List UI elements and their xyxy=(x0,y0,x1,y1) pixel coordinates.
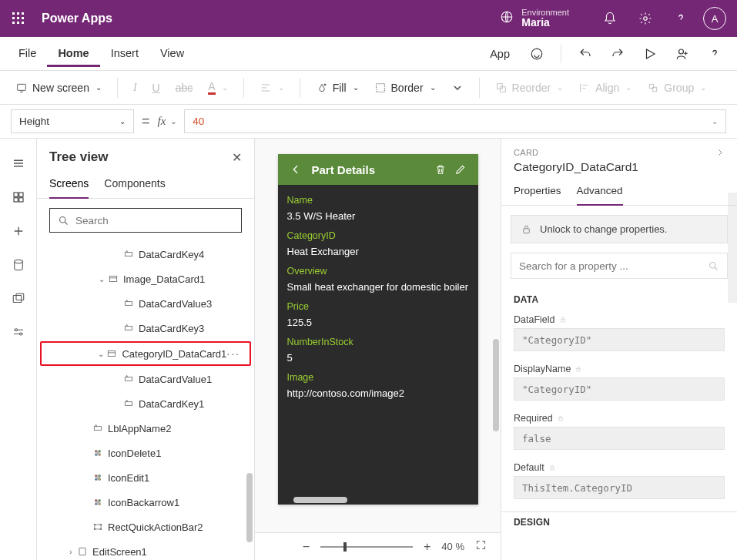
tree-panel: Tree view ✕ Screens Components DataCardK… xyxy=(37,139,255,560)
svg-point-49 xyxy=(99,503,100,505)
tree-item[interactable]: DataCardKey3 xyxy=(37,316,254,340)
rail-data-icon[interactable] xyxy=(1,248,36,282)
font-color-button[interactable]: A⌄ xyxy=(202,75,233,99)
svg-rect-26 xyxy=(16,293,24,300)
tree-body: DataCardKey4⌄Image_DataCard1DataCardValu… xyxy=(37,242,254,560)
environment-selector[interactable]: Environment Maria xyxy=(492,5,577,32)
more-button[interactable] xyxy=(445,77,470,99)
rail-tree-icon[interactable] xyxy=(1,180,36,214)
tree-item[interactable]: ⌄Image_DataCard1 xyxy=(37,267,254,291)
reorder-button[interactable]: Reorder⌄ xyxy=(489,77,570,99)
tree-tab-screens[interactable]: Screens xyxy=(49,171,89,199)
notifications-icon[interactable] xyxy=(592,0,628,37)
new-screen-button[interactable]: New screen⌄ xyxy=(9,77,108,99)
property-input[interactable]: "CategoryID" xyxy=(514,377,725,401)
delete-icon[interactable] xyxy=(430,159,451,179)
border-button[interactable]: Border⌄ xyxy=(368,77,442,99)
canvas-scrollbar-v[interactable] xyxy=(493,339,499,431)
svg-rect-7 xyxy=(17,22,19,24)
app-checker-icon[interactable] xyxy=(522,40,551,68)
underline-button[interactable]: U xyxy=(146,77,166,99)
card-crumb: CARD xyxy=(514,148,538,157)
property-selector[interactable]: Height⌄ xyxy=(11,109,134,133)
svg-point-10 xyxy=(644,17,648,21)
field-value: Heat Exchanger xyxy=(287,246,469,257)
settings-icon[interactable] xyxy=(628,0,663,37)
chevron-right-icon[interactable] xyxy=(715,148,725,157)
undo-icon[interactable] xyxy=(571,40,600,68)
rail-media-icon[interactable] xyxy=(1,282,36,316)
tree-item[interactable]: IconEdit1 xyxy=(37,465,254,490)
zoom-slider[interactable] xyxy=(320,546,413,548)
svg-rect-55 xyxy=(79,548,85,555)
tree-search-input[interactable] xyxy=(75,215,233,226)
tree-item[interactable]: IconBackarrow1 xyxy=(37,490,254,515)
tree-item[interactable]: ⌄CategoryID_DataCard1··· xyxy=(40,341,251,366)
text-align-button[interactable]: ⌄ xyxy=(253,77,290,99)
app-launcher-icon[interactable] xyxy=(6,6,31,31)
italic-button[interactable]: I xyxy=(127,77,143,99)
fit-screen-icon[interactable] xyxy=(472,539,490,554)
tree-item[interactable]: LblAppName2 xyxy=(37,416,254,441)
tree-item[interactable]: DataCardValue1 xyxy=(37,367,254,391)
fx-button[interactable]: fx ⌄ xyxy=(158,115,177,128)
group-button[interactable]: Group⌄ xyxy=(641,77,712,99)
rail-tools-icon[interactable] xyxy=(1,316,36,350)
unlock-button[interactable]: Unlock to change properties. xyxy=(511,215,728,243)
property-search[interactable] xyxy=(511,253,728,279)
zoom-out-button[interactable]: − xyxy=(300,540,313,554)
edit-icon[interactable] xyxy=(451,159,471,179)
screen-icon xyxy=(77,546,88,557)
property-search-input[interactable] xyxy=(519,260,708,272)
align-button[interactable]: Align⌄ xyxy=(572,77,638,99)
property-input[interactable]: "CategoryID" xyxy=(514,328,725,351)
tree-item-label: DataCardKey1 xyxy=(139,398,204,410)
tab-properties[interactable]: Properties xyxy=(514,185,561,205)
menu-file[interactable]: File xyxy=(8,41,47,67)
back-icon[interactable] xyxy=(286,159,306,179)
field-icon xyxy=(123,249,134,260)
canvas: Part Details Name3.5 W/S HeaterCategoryI… xyxy=(255,139,501,560)
formula-input[interactable]: 40⌄ xyxy=(184,109,726,133)
tree-item[interactable]: ›EditScreen1 xyxy=(37,539,254,560)
field-value: Small heat exchanger for domestic boiler xyxy=(287,281,469,293)
redo-icon[interactable] xyxy=(603,40,632,68)
more-icon[interactable]: ··· xyxy=(226,347,240,360)
help-icon[interactable] xyxy=(663,0,698,37)
field-label: Image xyxy=(287,372,469,383)
menu-view[interactable]: View xyxy=(149,41,195,67)
svg-point-27 xyxy=(15,329,17,331)
menu-help-icon[interactable] xyxy=(700,40,729,68)
tree-item[interactable]: RectQuickActionBar2 xyxy=(37,515,254,539)
tree-item[interactable]: DataCardKey4 xyxy=(37,242,254,267)
tree-search[interactable] xyxy=(49,208,242,233)
property-input[interactable]: false xyxy=(514,427,725,450)
strikethrough-button[interactable]: abc xyxy=(169,77,199,99)
tree-item[interactable]: DataCardValue3 xyxy=(37,291,254,316)
lock-icon xyxy=(575,365,582,373)
menu-insert[interactable]: Insert xyxy=(100,41,149,67)
rail-hamburger-icon[interactable] xyxy=(1,146,36,180)
svg-point-40 xyxy=(95,454,97,455)
tree-item[interactable]: DataCardKey1 xyxy=(37,391,254,416)
scrollbar-thumb[interactable] xyxy=(246,473,253,542)
field-icon xyxy=(123,374,134,384)
tree-item-label: IconEdit1 xyxy=(108,472,149,484)
zoom-in-button[interactable]: + xyxy=(420,540,434,554)
canvas-scrollbar-h[interactable] xyxy=(293,497,347,503)
property-input[interactable]: ThisItem.CategoryID xyxy=(514,476,725,499)
svg-point-54 xyxy=(100,528,102,530)
preview-icon[interactable] xyxy=(635,40,665,68)
menu-app[interactable]: App xyxy=(481,43,519,65)
avatar[interactable]: A xyxy=(703,7,726,30)
svg-point-39 xyxy=(99,451,100,452)
fill-button[interactable]: Fill⌄ xyxy=(310,77,365,99)
tree-close-icon[interactable]: ✕ xyxy=(232,150,242,165)
menu-home[interactable]: Home xyxy=(47,41,99,67)
tab-advanced[interactable]: Advanced xyxy=(577,185,623,206)
right-panel: CARD CategoryID_DataCard1 Properties Adv… xyxy=(501,139,737,560)
rail-insert-icon[interactable] xyxy=(1,214,36,248)
share-icon[interactable] xyxy=(668,40,697,68)
tree-tab-components[interactable]: Components xyxy=(104,171,165,198)
tree-item[interactable]: IconDelete1 xyxy=(37,441,254,465)
